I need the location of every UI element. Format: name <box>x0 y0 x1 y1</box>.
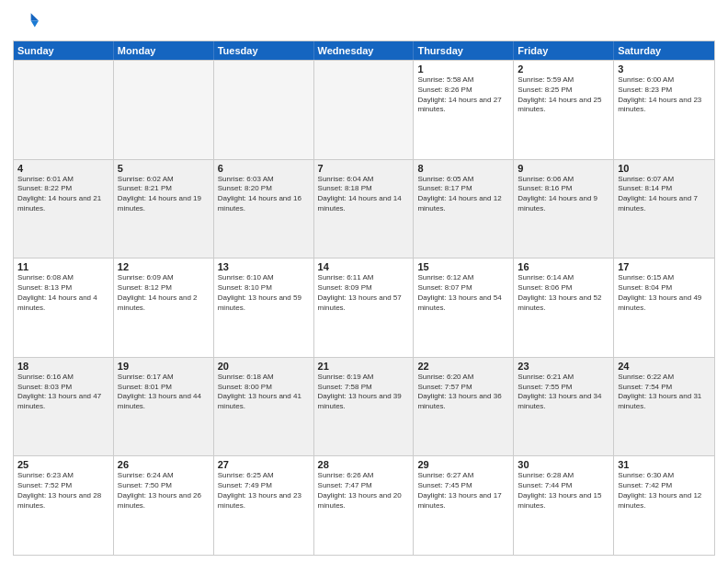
day-num: 27 <box>218 459 310 470</box>
cell-info: Sunrise: 6:11 AM Sunset: 8:09 PM Dayligh… <box>318 273 410 313</box>
svg-marker-0 <box>31 13 39 20</box>
cell-1-0: 4 Sunrise: 6:01 AM Sunset: 8:22 PM Dayli… <box>14 160 114 259</box>
day-num: 6 <box>218 163 310 174</box>
cell-2-4: 15 Sunrise: 6:12 AM Sunset: 8:07 PM Dayl… <box>414 259 514 357</box>
cell-info: Sunrise: 6:18 AM Sunset: 8:00 PM Dayligh… <box>218 373 310 412</box>
logo-icon <box>13 9 39 35</box>
day-num: 20 <box>218 361 310 372</box>
week-row-3: 11 Sunrise: 6:08 AM Sunset: 8:13 PM Dayl… <box>14 258 714 357</box>
cell-info: Sunrise: 6:27 AM Sunset: 7:45 PM Dayligh… <box>417 471 509 511</box>
cell-info: Sunrise: 6:25 AM Sunset: 7:49 PM Dayligh… <box>218 471 310 511</box>
header-friday: Friday <box>514 41 614 60</box>
cell-1-4: 8 Sunrise: 6:05 AM Sunset: 8:17 PM Dayli… <box>414 160 514 259</box>
day-num: 19 <box>118 361 210 372</box>
cell-3-6: 24 Sunrise: 6:22 AM Sunset: 7:54 PM Dayl… <box>614 358 714 456</box>
header-monday: Monday <box>114 41 214 60</box>
day-num: 26 <box>118 459 210 470</box>
day-num: 30 <box>518 459 609 470</box>
day-num: 13 <box>218 261 310 272</box>
cell-info: Sunrise: 6:20 AM Sunset: 7:57 PM Dayligh… <box>417 373 509 412</box>
cell-info: Sunrise: 6:02 AM Sunset: 8:21 PM Dayligh… <box>118 175 210 214</box>
header-sunday: Sunday <box>14 41 114 60</box>
day-num: 7 <box>318 163 410 174</box>
cell-2-2: 13 Sunrise: 6:10 AM Sunset: 8:10 PM Dayl… <box>214 259 314 357</box>
cell-0-4: 1 Sunrise: 5:58 AM Sunset: 8:26 PM Dayli… <box>414 61 514 159</box>
day-num: 17 <box>618 261 711 272</box>
cell-info: Sunrise: 6:01 AM Sunset: 8:22 PM Dayligh… <box>17 175 109 214</box>
cell-0-6: 3 Sunrise: 6:00 AM Sunset: 8:23 PM Dayli… <box>614 61 714 159</box>
cell-info: Sunrise: 6:12 AM Sunset: 8:07 PM Dayligh… <box>417 273 509 313</box>
cell-info: Sunrise: 5:59 AM Sunset: 8:25 PM Dayligh… <box>518 75 609 115</box>
cell-4-2: 27 Sunrise: 6:25 AM Sunset: 7:49 PM Dayl… <box>214 456 314 555</box>
cell-2-6: 17 Sunrise: 6:15 AM Sunset: 8:04 PM Dayl… <box>614 259 714 357</box>
week-row-2: 4 Sunrise: 6:01 AM Sunset: 8:22 PM Dayli… <box>14 159 714 259</box>
day-num: 3 <box>618 63 711 75</box>
cell-0-0 <box>14 61 114 159</box>
cell-2-3: 14 Sunrise: 6:11 AM Sunset: 8:09 PM Dayl… <box>314 259 415 357</box>
cell-1-2: 6 Sunrise: 6:03 AM Sunset: 8:20 PM Dayli… <box>214 160 314 259</box>
cell-info: Sunrise: 6:24 AM Sunset: 7:50 PM Dayligh… <box>118 471 210 511</box>
week-row-5: 25 Sunrise: 6:23 AM Sunset: 7:52 PM Dayl… <box>14 455 714 555</box>
day-num: 15 <box>417 261 509 272</box>
day-num: 14 <box>318 261 410 272</box>
cell-4-0: 25 Sunrise: 6:23 AM Sunset: 7:52 PM Dayl… <box>14 456 114 555</box>
cell-3-1: 19 Sunrise: 6:17 AM Sunset: 8:01 PM Dayl… <box>114 358 214 456</box>
day-num: 24 <box>618 361 711 372</box>
cell-info: Sunrise: 6:06 AM Sunset: 8:16 PM Dayligh… <box>518 175 609 214</box>
cell-info: Sunrise: 6:19 AM Sunset: 7:58 PM Dayligh… <box>318 373 410 412</box>
cell-1-3: 7 Sunrise: 6:04 AM Sunset: 8:18 PM Dayli… <box>314 160 415 259</box>
cell-0-3 <box>314 61 415 159</box>
cell-0-5: 2 Sunrise: 5:59 AM Sunset: 8:25 PM Dayli… <box>514 61 614 159</box>
cell-info: Sunrise: 6:21 AM Sunset: 7:55 PM Dayligh… <box>518 373 609 412</box>
cell-4-5: 30 Sunrise: 6:28 AM Sunset: 7:44 PM Dayl… <box>514 456 614 555</box>
day-num: 4 <box>17 163 109 174</box>
day-num: 1 <box>417 63 509 75</box>
day-num: 18 <box>17 361 109 372</box>
header <box>13 9 715 35</box>
cell-4-1: 26 Sunrise: 6:24 AM Sunset: 7:50 PM Dayl… <box>114 456 214 555</box>
cell-info: Sunrise: 6:05 AM Sunset: 8:17 PM Dayligh… <box>417 175 509 214</box>
cell-1-1: 5 Sunrise: 6:02 AM Sunset: 8:21 PM Dayli… <box>114 160 214 259</box>
header-wednesday: Wednesday <box>314 41 415 60</box>
day-num: 29 <box>417 459 509 470</box>
cell-3-2: 20 Sunrise: 6:18 AM Sunset: 8:00 PM Dayl… <box>214 358 314 456</box>
cell-4-3: 28 Sunrise: 6:26 AM Sunset: 7:47 PM Dayl… <box>314 456 415 555</box>
cell-info: Sunrise: 6:23 AM Sunset: 7:52 PM Dayligh… <box>17 471 109 511</box>
logo <box>13 9 40 35</box>
day-num: 11 <box>17 261 109 272</box>
cell-info: Sunrise: 6:22 AM Sunset: 7:54 PM Dayligh… <box>618 373 711 412</box>
cell-4-6: 31 Sunrise: 6:30 AM Sunset: 7:42 PM Dayl… <box>614 456 714 555</box>
day-num: 5 <box>118 163 210 174</box>
cell-info: Sunrise: 5:58 AM Sunset: 8:26 PM Dayligh… <box>417 75 509 115</box>
cell-info: Sunrise: 6:16 AM Sunset: 8:03 PM Dayligh… <box>17 373 109 412</box>
cell-1-6: 10 Sunrise: 6:07 AM Sunset: 8:14 PM Dayl… <box>614 160 714 259</box>
cell-info: Sunrise: 6:04 AM Sunset: 8:18 PM Dayligh… <box>318 175 410 214</box>
cell-info: Sunrise: 6:28 AM Sunset: 7:44 PM Dayligh… <box>518 471 609 511</box>
day-num: 2 <box>518 63 609 75</box>
cell-info: Sunrise: 6:03 AM Sunset: 8:20 PM Dayligh… <box>218 175 310 214</box>
cell-1-5: 9 Sunrise: 6:06 AM Sunset: 8:16 PM Dayli… <box>514 160 614 259</box>
cell-info: Sunrise: 6:10 AM Sunset: 8:10 PM Dayligh… <box>218 273 310 313</box>
day-num: 9 <box>518 163 609 174</box>
cell-info: Sunrise: 6:14 AM Sunset: 8:06 PM Dayligh… <box>518 273 609 313</box>
cell-info: Sunrise: 6:15 AM Sunset: 8:04 PM Dayligh… <box>618 273 711 313</box>
header-thursday: Thursday <box>414 41 514 60</box>
day-num: 21 <box>318 361 410 372</box>
day-num: 8 <box>417 163 509 174</box>
day-num: 31 <box>618 459 711 470</box>
calendar: Sunday Monday Tuesday Wednesday Thursday… <box>13 40 715 556</box>
cell-info: Sunrise: 6:00 AM Sunset: 8:23 PM Dayligh… <box>618 75 711 115</box>
day-num: 22 <box>417 361 509 372</box>
cell-2-0: 11 Sunrise: 6:08 AM Sunset: 8:13 PM Dayl… <box>14 259 114 357</box>
day-num: 10 <box>618 163 711 174</box>
header-saturday: Saturday <box>614 41 714 60</box>
week-row-1: 1 Sunrise: 5:58 AM Sunset: 8:26 PM Dayli… <box>14 60 714 159</box>
cell-2-1: 12 Sunrise: 6:09 AM Sunset: 8:12 PM Dayl… <box>114 259 214 357</box>
page: Sunday Monday Tuesday Wednesday Thursday… <box>0 0 728 563</box>
calendar-body: 1 Sunrise: 5:58 AM Sunset: 8:26 PM Dayli… <box>14 60 714 555</box>
svg-marker-1 <box>31 21 39 28</box>
cell-0-2 <box>214 61 314 159</box>
cell-info: Sunrise: 6:09 AM Sunset: 8:12 PM Dayligh… <box>118 273 210 313</box>
day-num: 28 <box>318 459 410 470</box>
cell-info: Sunrise: 6:07 AM Sunset: 8:14 PM Dayligh… <box>618 175 711 214</box>
